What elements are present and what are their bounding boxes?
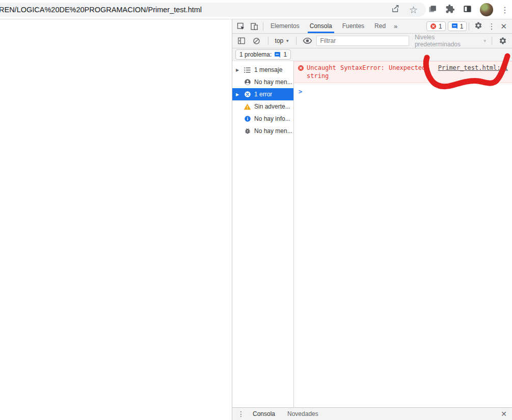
drawer-close-icon[interactable]: ✕ <box>501 410 507 418</box>
divider <box>263 22 263 31</box>
warning-triangle-icon <box>244 103 251 111</box>
sidebar-item-info[interactable]: No hay info... <box>232 113 293 125</box>
console-sidebar: ▶ 1 mensaje No <box>232 61 294 407</box>
error-circle-icon <box>244 91 251 98</box>
sidebar-item-label: No hay men... <box>254 127 292 135</box>
error-circle-icon <box>298 64 307 73</box>
log-levels-label: Niveles predeterminados <box>415 34 480 48</box>
inspect-element-icon[interactable] <box>234 20 248 33</box>
devtools-tabbar: Elementos Consola Fuentes Red » 1 1 <box>232 19 512 34</box>
sidebar-item-label: 1 error <box>254 91 272 98</box>
sidebar-item-user-messages[interactable]: No hay men... <box>232 76 293 88</box>
bookmark-star-icon[interactable]: ☆ <box>409 5 418 15</box>
user-icon <box>244 78 251 86</box>
devtools-close-icon[interactable]: ✕ <box>500 22 507 30</box>
sidebar-item-verbose[interactable]: No hay men... <box>232 125 293 137</box>
extensions-puzzle-icon[interactable] <box>445 4 455 16</box>
drawer-tab-consola[interactable]: Consola <box>249 410 279 417</box>
error-message-text: Uncaught SyntaxError: Unexpected string <box>307 64 435 80</box>
address-bar[interactable]: REN/LOGICA%20DE%20PROGRAMACION/Primer_te… <box>0 3 426 17</box>
context-selector-label: top <box>275 37 284 44</box>
error-circle-icon <box>430 23 437 30</box>
settings-gear-icon[interactable] <box>474 21 482 32</box>
message-bubble-icon <box>274 51 281 58</box>
divider <box>492 37 492 45</box>
tab-elementos[interactable]: Elementos <box>266 19 304 33</box>
error-count: 1 <box>439 23 442 30</box>
devtools-panel: Elementos Consola Fuentes Red » 1 1 <box>232 19 512 420</box>
sidebar-item-label: No hay men... <box>254 78 292 86</box>
console-messages: Uncaught SyntaxError: Unexpected string … <box>294 61 512 407</box>
sidebar-item-messages[interactable]: ▶ 1 mensaje <box>232 64 293 76</box>
console-content: ▶ 1 mensaje No <box>232 61 512 407</box>
devtools-menu-icon[interactable]: ⋮ <box>488 22 495 31</box>
expand-arrow-icon[interactable]: ▶ <box>236 68 240 72</box>
message-count-badge[interactable]: 1 <box>448 21 467 31</box>
console-error-row: Uncaught SyntaxError: Unexpected string … <box>294 61 512 83</box>
log-levels-dropdown[interactable]: Niveles predeterminados ▼ <box>415 34 487 48</box>
live-expression-eye-icon[interactable] <box>301 35 314 47</box>
issues-badge[interactable]: 1 problema: 1 <box>235 49 291 60</box>
chevron-down-icon: ▼ <box>483 39 487 43</box>
device-toolbar-icon[interactable] <box>248 20 261 33</box>
url-text[interactable]: REN/LOGICA%20DE%20PROGRAMACION/Primer_te… <box>0 6 391 14</box>
message-count: 1 <box>460 23 464 30</box>
chrome-menu-icon[interactable]: ⋮ <box>501 5 509 15</box>
console-sidebar-toggle-icon[interactable] <box>235 35 248 47</box>
filter-input[interactable] <box>316 36 409 46</box>
sidebar-item-label: No hay info... <box>254 115 290 122</box>
divider <box>469 22 469 31</box>
divider <box>296 37 297 45</box>
more-tabs-icon[interactable]: » <box>391 22 400 30</box>
prompt-chevron-icon: > <box>299 88 302 95</box>
message-bubble-icon <box>451 23 458 30</box>
error-source-link[interactable]: Primer_test.html:11 <box>438 64 508 71</box>
list-icon <box>244 66 251 74</box>
console-prompt[interactable]: > <box>294 83 512 96</box>
sidebar-item-warnings[interactable]: Sin adverte... <box>232 100 293 113</box>
profile-avatar[interactable] <box>480 3 493 16</box>
info-circle-icon <box>244 115 251 122</box>
sidebar-item-label: 1 mensaje <box>254 66 282 73</box>
page-content <box>0 19 232 420</box>
drawer-tabbar: ⋮ Consola Novedades ✕ <box>232 407 512 420</box>
chevron-down-icon: ▼ <box>285 39 289 43</box>
expand-arrow-icon[interactable]: ▶ <box>236 92 240 97</box>
share-icon[interactable] <box>391 4 400 15</box>
error-count-badge[interactable]: 1 <box>426 21 446 31</box>
console-toolbar: top ▼ Niveles predeterminados ▼ <box>232 34 512 48</box>
issues-label: 1 problema: <box>239 51 272 58</box>
drawer-menu-icon[interactable]: ⋮ <box>237 410 245 418</box>
tab-consola[interactable]: Consola <box>305 19 337 33</box>
issues-infobar: 1 problema: 1 <box>232 48 512 61</box>
tab-red[interactable]: Red <box>370 19 390 33</box>
drawer-tab-novedades[interactable]: Novedades <box>283 410 322 417</box>
sidebar-item-label: Sin adverte... <box>254 103 290 110</box>
clear-console-icon[interactable] <box>250 35 263 47</box>
side-panel-icon[interactable] <box>463 4 472 16</box>
browser-toolbar: REN/LOGICA%20DE%20PROGRAMACION/Primer_te… <box>0 0 512 19</box>
console-settings-gear-icon[interactable] <box>497 35 509 47</box>
bug-icon <box>244 127 251 135</box>
collections-icon[interactable] <box>428 4 438 16</box>
context-selector[interactable]: top ▼ <box>273 37 292 44</box>
sidebar-item-errors[interactable]: ▶ 1 error <box>232 88 293 100</box>
tab-fuentes[interactable]: Fuentes <box>338 19 369 33</box>
issues-count: 1 <box>283 51 287 58</box>
divider <box>268 37 268 45</box>
